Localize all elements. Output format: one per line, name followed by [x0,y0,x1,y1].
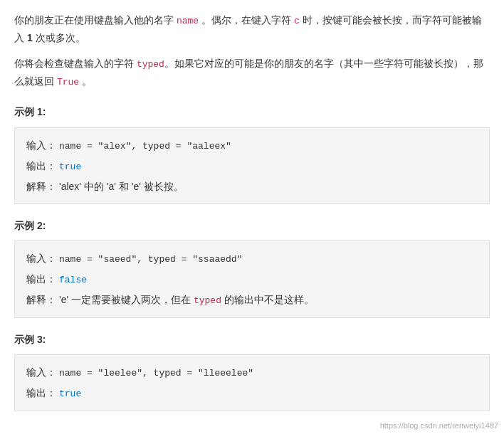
example3-block: 输入： name = "leelee", typed = "lleeelee" … [14,354,490,411]
intro-paragraph2: 你将会检查键盘输入的字符 typed。如果它对应的可能是你的朋友的名字（其中一些… [14,55,490,91]
example1-output-value: true [59,158,81,176]
example1-title: 示例 1: [14,103,490,121]
example2-output-line: 输出： false [26,269,478,290]
example2-input-line: 输入： name = "saeed", typed = "ssaaedd" [26,248,478,269]
inline-code-typed2: typed [194,295,221,306]
watermark: https://blog.csdn.net/renweiyi1487 [380,419,498,433]
example1-input-line: 输入： name = "alex", typed = "aaleex" [26,135,478,156]
inline-code-c: c [294,16,300,26]
example1-explain-line: 解释： 'alex' 中的 'a' 和 'e' 被长按。 [26,176,478,196]
example2-explain-line: 解释： 'e' 一定需要被键入两次，但在 typed 的输出中不是这样。 [26,290,478,310]
inline-code-typed: typed [137,59,164,70]
inline-code-name: name [177,16,199,26]
example3-output-label: 输出： [26,383,56,403]
example1-output-label: 输出： [26,156,56,176]
example3-output-line: 输出： true [26,383,478,403]
example3-input-value: name = "leelee", typed = "lleeelee" [59,364,253,383]
example2-output-value: false [59,271,87,290]
example2-title: 示例 2: [14,217,490,235]
example1-explain-value: 'alex' 中的 'a' 和 'e' 被长按。 [59,176,184,196]
example3-output-value: true [59,385,81,403]
intro-paragraph1: 你的朋友正在使用键盘输入他的名字 name 。偶尔，在键入字符 c 时，按键可能… [14,11,490,48]
example2-input-value: name = "saeed", typed = "ssaaedd" [59,250,242,269]
example2-input-label: 输入： [26,248,56,268]
example1-output-line: 输出： true [26,156,478,176]
example1-input-value: name = "alex", typed = "aaleex" [59,137,231,156]
example2-explain-label: 解释： [26,290,56,310]
example1-input-label: 输入： [26,135,56,155]
example3-input-label: 输入： [26,362,56,382]
example1-block: 输入： name = "alex", typed = "aaleex" 输出： … [14,127,490,204]
example3-input-line: 输入： name = "leelee", typed = "lleeelee" [26,362,478,383]
example2-explain-value: 'e' 一定需要被键入两次，但在 typed 的输出中不是这样。 [59,290,314,310]
example2-output-label: 输出： [26,269,56,289]
example2-block: 输入： name = "saeed", typed = "ssaaedd" 输出… [14,240,490,318]
example3-title: 示例 3: [14,331,490,349]
example1-explain-label: 解释： [26,176,56,196]
inline-code-true: True [57,77,79,88]
